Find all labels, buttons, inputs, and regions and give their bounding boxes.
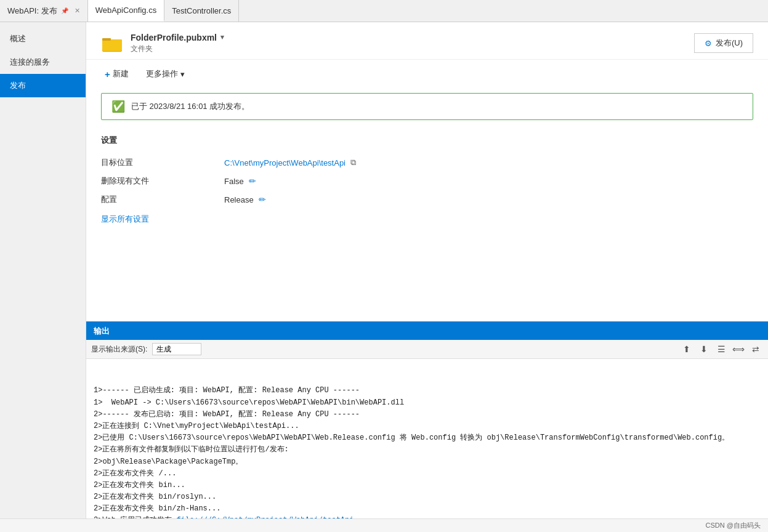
target-label: 目标位置 [101,157,224,168]
output-word-wrap-icon[interactable]: ⟺ [731,342,746,356]
delete-edit-icon[interactable]: ✏ [249,176,256,186]
publish-button[interactable]: ⚙ 发布(U) [694,33,753,53]
settings-row-config: 配置 Release ✏ [101,190,753,209]
more-actions-arrow-icon: ▾ [180,70,185,79]
settings-row-target: 目标位置 C:\Vnet\myProject\WebApi\testApi ⧉ [101,153,753,172]
status-text: CSDN @自由码头 [706,521,761,530]
profile-dropdown-arrow[interactable]: ▾ [220,33,224,41]
output-scroll-bottom-icon[interactable]: ⬇ [697,342,711,356]
tab-label: WebAPI: 发布 [7,6,57,17]
tab-label: WebApiConfig.cs [95,6,156,15]
config-edit-icon[interactable]: ✏ [259,195,266,204]
tab-webapi-publish[interactable]: WebAPI: 发布 📌 ✕ [0,0,88,22]
output-toolbar: 显示输出来源(S): 生成 ⬆ ⬇ ☰ ⟺ ⇄ [86,340,768,359]
profile-name: FolderProfile.pubxml ▾ [131,33,224,42]
publish-icon: ⚙ [705,39,712,48]
pin-icon: 📌 [61,7,68,14]
config-label: 配置 [101,194,224,205]
content-toolbar: + 新建 更多操作 ▾ [86,60,768,88]
sidebar: 概述 连接的服务 发布 [0,22,86,518]
output-panel: 输出 显示输出来源(S): 生成 ⬆ ⬇ ☰ ⟺ ⇄ 1>------ 已启动生… [86,321,768,518]
output-scroll-top-icon[interactable]: ⬆ [679,342,694,356]
output-content: 1>------ 已启动生成: 项目: WebAPI, 配置: Release … [86,359,768,518]
plus-icon: + [105,69,110,79]
svg-rect-2 [102,38,111,41]
copy-icon[interactable]: ⧉ [350,158,356,167]
target-value: C:\Vnet\myProject\WebApi\testApi ⧉ [224,158,356,167]
main-layout: 概述 连接的服务 发布 [0,22,768,518]
settings-title: 设置 [101,135,753,146]
output-source-label: 显示输出来源(S): [91,344,147,355]
content-area: FolderProfile.pubxml ▾ 文件夹 ⚙ 发布(U) + 新建 [86,22,768,321]
sidebar-item-connected-services[interactable]: 连接的服务 [0,50,86,74]
output-header: 输出 [86,323,768,340]
tab-close-icon[interactable]: ✕ [75,7,80,15]
delete-label: 删除现有文件 [101,175,224,187]
sidebar-item-overview[interactable]: 概述 [0,27,86,50]
profile-type: 文件夹 [131,44,224,54]
more-actions-button[interactable]: 更多操作 ▾ [142,66,188,82]
profile-left: FolderProfile.pubxml ▾ 文件夹 [101,32,224,54]
new-button[interactable]: + 新建 [101,66,132,82]
output-sync-icon[interactable]: ⇄ [748,342,763,356]
delete-value: False ✏ [224,176,256,186]
success-message: 已于 2023/8/21 16:01 成功发布。 [131,101,249,112]
tab-bar: WebAPI: 发布 📌 ✕ WebApiConfig.cs TestContr… [0,0,768,22]
profile-info: FolderProfile.pubxml ▾ 文件夹 [131,33,224,54]
status-bar: CSDN @自由码头 [0,518,768,532]
sidebar-item-publish[interactable]: 发布 [0,74,86,97]
output-source-select[interactable]: 生成 [152,343,201,355]
tab-webapiconfigcs[interactable]: WebApiConfig.cs [88,0,164,22]
settings-row-delete: 删除现有文件 False ✏ [101,172,753,190]
output-source-select-wrap: 生成 [152,343,201,355]
tab-testcontrollercs[interactable]: TestController.cs [164,0,239,22]
svg-rect-1 [102,39,122,51]
tab-label: TestController.cs [172,6,231,15]
success-banner: ✅ 已于 2023/8/21 16:01 成功发布。 [101,93,753,120]
target-path-link[interactable]: C:\Vnet\myProject\WebApi\testApi [224,158,346,167]
profile-header: FolderProfile.pubxml ▾ 文件夹 ⚙ 发布(U) [86,22,768,60]
config-value: Release ✏ [224,195,266,204]
success-check-icon: ✅ [111,101,125,112]
show-all-settings-link[interactable]: 显示所有设置 [101,214,149,225]
folder-icon [101,32,123,54]
settings-section: 设置 目标位置 C:\Vnet\myProject\WebApi\testApi… [86,130,768,235]
output-clear-icon[interactable]: ☰ [714,342,729,356]
